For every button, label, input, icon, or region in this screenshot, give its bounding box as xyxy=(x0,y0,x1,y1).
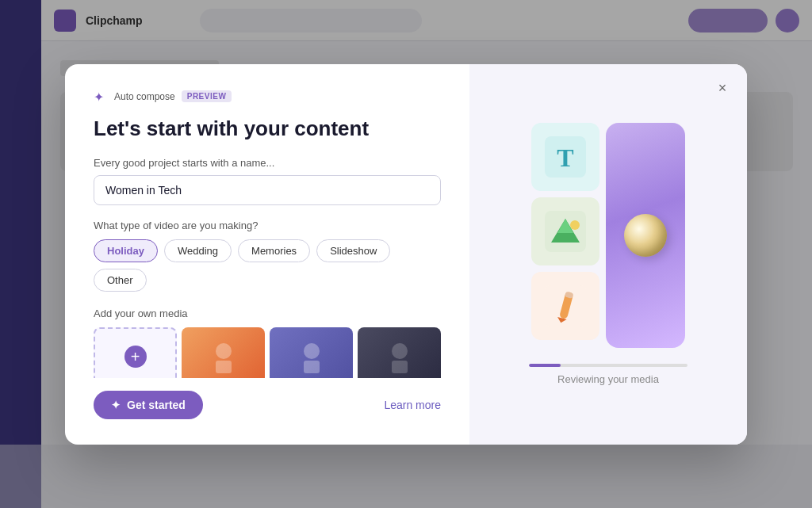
project-name-label: Every good project starts with a name... xyxy=(94,157,441,169)
pill-wedding[interactable]: Wedding xyxy=(164,239,232,262)
preview-card-text: T xyxy=(531,123,599,191)
get-started-button[interactable]: ✦ Get started xyxy=(94,391,203,419)
review-text: Reviewing your media xyxy=(557,373,659,385)
review-section: Reviewing your media xyxy=(488,364,728,385)
modal-dialog: ✦ Auto compose PREVIEW Let's start with … xyxy=(65,64,747,445)
svg-point-2 xyxy=(304,343,320,359)
pencil-icon xyxy=(545,285,586,327)
modal-overlay: ✦ Auto compose PREVIEW Let's start with … xyxy=(0,0,812,508)
media-thumb-3[interactable] xyxy=(358,327,441,378)
media-grid: + xyxy=(94,327,441,378)
svg-text:T: T xyxy=(557,143,573,172)
modal-title: Let's start with your content xyxy=(94,116,441,141)
mountain-icon xyxy=(545,211,586,252)
auto-compose-label: Auto compose xyxy=(114,91,175,102)
svg-rect-1 xyxy=(216,361,232,373)
text-icon: T xyxy=(545,136,586,178)
media-thumb-2[interactable] xyxy=(270,327,353,378)
video-type-section: What type of video are you making? Holid… xyxy=(94,220,441,292)
svg-rect-3 xyxy=(304,361,320,373)
type-pills: Holiday Wedding Memories Slideshow Other xyxy=(94,239,441,292)
svg-point-17 xyxy=(570,220,580,230)
modal-left-panel: ✦ Auto compose PREVIEW Let's start with … xyxy=(65,64,469,445)
svg-point-4 xyxy=(392,343,408,359)
learn-more-link[interactable]: Learn more xyxy=(384,399,441,411)
auto-compose-badge: ✦ Auto compose PREVIEW xyxy=(94,90,441,104)
3d-ball xyxy=(624,214,667,257)
get-started-label: Get started xyxy=(127,399,186,411)
pill-holiday[interactable]: Holiday xyxy=(94,239,158,262)
progress-bar-fill xyxy=(529,364,561,367)
sparkle-icon: ✦ xyxy=(111,399,121,411)
plus-icon: + xyxy=(124,346,147,368)
preview-main-card xyxy=(606,123,685,348)
modal-right-panel: × T xyxy=(469,64,747,445)
close-icon: × xyxy=(718,80,727,97)
video-type-label: What type of video are you making? xyxy=(94,220,441,231)
svg-point-0 xyxy=(216,343,232,359)
progress-bar-track xyxy=(529,364,688,367)
preview-card-mountain xyxy=(531,197,599,265)
modal-footer: ✦ Get started Learn more xyxy=(94,378,441,419)
add-media-button[interactable]: + xyxy=(94,327,177,378)
project-name-input[interactable] xyxy=(94,175,441,205)
auto-compose-icon: ✦ xyxy=(94,90,108,104)
media-section-label: Add your own media xyxy=(94,307,441,319)
close-button[interactable]: × xyxy=(710,77,734,101)
media-thumb-1[interactable] xyxy=(182,327,265,378)
pill-other[interactable]: Other xyxy=(94,269,147,292)
pill-memories[interactable]: Memories xyxy=(238,239,310,262)
preview-card-pencil xyxy=(531,272,599,340)
preview-left-col: T xyxy=(531,123,599,348)
preview-container: T xyxy=(531,123,685,348)
svg-rect-5 xyxy=(392,361,408,373)
preview-badge: PREVIEW xyxy=(182,90,232,102)
pill-slideshow[interactable]: Slideshow xyxy=(316,239,390,262)
